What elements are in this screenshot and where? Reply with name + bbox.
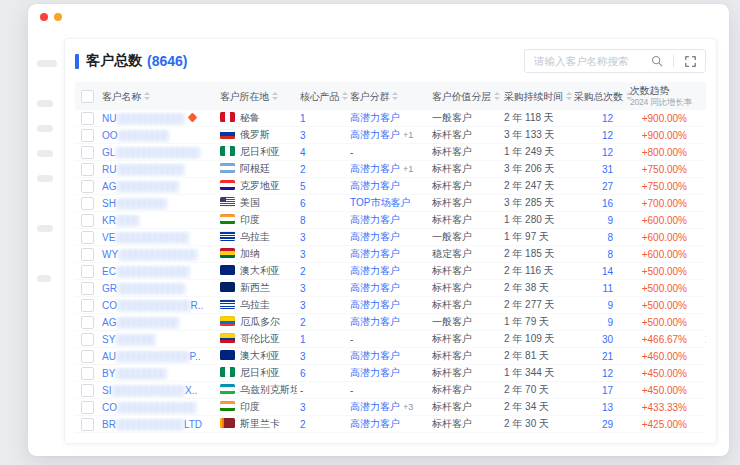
row-checkbox[interactable] bbox=[81, 316, 94, 329]
column-header-location[interactable]: 客户所在地 bbox=[217, 82, 297, 110]
core-products-count[interactable]: 2 bbox=[297, 161, 347, 178]
customer-search-box[interactable] bbox=[524, 49, 706, 73]
customer-name-prefix[interactable]: GR bbox=[102, 283, 117, 294]
customer-name-cell[interactable]: BY▒▒▒▒▒▒▒▒▒ bbox=[99, 365, 217, 382]
purchase-count[interactable]: 8 bbox=[571, 229, 627, 246]
customer-name-cell[interactable]: AG▒▒▒▒▒▒▒▒▒▒▒ bbox=[99, 178, 217, 195]
core-products-count[interactable]: 3 bbox=[297, 229, 347, 246]
purchase-count[interactable]: 11 bbox=[571, 280, 627, 297]
customer-name-cell[interactable]: BR▒▒▒▒▒▒▒▒▒▒▒▒LTD bbox=[99, 416, 217, 433]
customer-name-cell[interactable]: SH▒▒▒▒▒▒▒▒▒ bbox=[99, 195, 217, 212]
table-row[interactable]: SH▒▒▒▒▒▒▒▒▒ 美国 6 TOP市场客户 标杆客户 3 年 285 天 … bbox=[75, 195, 706, 212]
customer-name-prefix[interactable]: AU bbox=[102, 351, 116, 362]
core-products-count[interactable]: 3 bbox=[297, 348, 347, 365]
row-checkbox[interactable] bbox=[81, 282, 94, 295]
row-checkbox[interactable] bbox=[81, 384, 94, 397]
table-row[interactable]: SI▒▒▒▒▒▒▒▒▒▒▒▒▒X.. 乌兹别克斯坦 - - 标杆客户 2 年 7… bbox=[75, 382, 706, 399]
search-input[interactable] bbox=[532, 54, 643, 68]
purchase-count[interactable]: 9 bbox=[571, 212, 627, 229]
customer-name-prefix[interactable]: CO bbox=[102, 300, 117, 311]
customer-name-cell[interactable]: CO▒▒▒▒▒▒▒▒▒▒▒▒▒R.. bbox=[99, 297, 217, 314]
customer-name-prefix[interactable]: GL bbox=[102, 147, 115, 158]
core-products-count[interactable]: 5 bbox=[297, 178, 347, 195]
sort-caret-icon[interactable] bbox=[392, 92, 398, 100]
column-header-tier[interactable]: 客户价值分层 bbox=[429, 82, 501, 110]
customer-name-prefix[interactable]: AG bbox=[102, 181, 116, 192]
customer-name-cell[interactable]: GL▒▒▒▒▒▒▒▒▒▒▒▒▒▒▒ bbox=[99, 144, 217, 161]
core-products-count[interactable]: - bbox=[297, 382, 347, 399]
customer-name-prefix[interactable]: EC bbox=[102, 266, 116, 277]
customer-name-prefix[interactable]: SY bbox=[102, 334, 115, 345]
core-products-count[interactable]: 1 bbox=[297, 110, 347, 127]
core-products-count[interactable]: 8 bbox=[297, 212, 347, 229]
table-row[interactable]: OO▒▒▒▒▒▒▒▒▒ 俄罗斯 3 高潜力客户+1 标杆客户 3 年 133 天… bbox=[75, 127, 706, 144]
column-header-name[interactable]: 客户名称 bbox=[99, 82, 217, 110]
customer-name-prefix[interactable]: VE bbox=[102, 232, 115, 243]
core-products-count[interactable]: 3 bbox=[297, 399, 347, 416]
customer-name-cell[interactable]: EC▒▒▒▒▒▒▒▒▒▒▒▒▒ bbox=[99, 263, 217, 280]
table-row[interactable]: NU▒▒▒▒▒▒▒▒▒▒▒▒ 秘鲁 1 高潜力客户 一般客户 2 年 118 天… bbox=[75, 110, 706, 127]
core-products-count[interactable]: 3 bbox=[297, 127, 347, 144]
customer-name-cell[interactable]: OO▒▒▒▒▒▒▒▒▒ bbox=[99, 127, 217, 144]
window-minimize-dot[interactable] bbox=[54, 13, 62, 21]
purchase-count[interactable]: 8 bbox=[571, 246, 627, 263]
customer-name-cell[interactable]: GR▒▒▒▒▒▒▒▒▒▒▒▒ bbox=[99, 280, 217, 297]
core-products-count[interactable]: 2 bbox=[297, 416, 347, 433]
row-checkbox[interactable] bbox=[81, 401, 94, 414]
table-row[interactable]: VE▒▒▒▒▒▒▒▒▒▒▒▒▒ 乌拉圭 3 高潜力客户 一般客户 1 年 97 … bbox=[75, 229, 706, 246]
core-products-count[interactable]: 1 bbox=[297, 331, 347, 348]
customer-name-cell[interactable]: SY▒▒▒▒▒▒▒ bbox=[99, 331, 217, 348]
purchase-count[interactable]: 29 bbox=[571, 416, 627, 433]
purchase-count[interactable]: 17 bbox=[571, 382, 627, 399]
purchase-count[interactable]: 12 bbox=[571, 365, 627, 382]
purchase-count[interactable]: 30 bbox=[571, 331, 627, 348]
search-icon[interactable] bbox=[649, 53, 665, 69]
purchase-count[interactable]: 16 bbox=[571, 195, 627, 212]
customer-name-prefix[interactable]: KR bbox=[102, 215, 116, 226]
customer-name-cell[interactable]: VE▒▒▒▒▒▒▒▒▒▒▒▒▒ bbox=[99, 229, 217, 246]
sort-caret-icon[interactable] bbox=[342, 92, 348, 100]
sort-caret-icon[interactable] bbox=[566, 92, 572, 100]
customer-name-prefix[interactable]: NU bbox=[102, 113, 116, 124]
customer-name-cell[interactable]: WY▒▒▒▒▒▒▒▒▒▒▒▒▒▒ bbox=[99, 246, 217, 263]
table-row[interactable]: RU▒▒▒▒▒▒▒▒▒▒▒▒ 阿根廷 2 高潜力客户+1 标杆客户 3 年 20… bbox=[75, 161, 706, 178]
row-checkbox[interactable] bbox=[81, 350, 94, 363]
purchase-count[interactable]: 27 bbox=[571, 178, 627, 195]
core-products-count[interactable]: 6 bbox=[297, 365, 347, 382]
core-products-count[interactable]: 3 bbox=[297, 280, 347, 297]
row-checkbox[interactable] bbox=[81, 214, 94, 227]
table-row[interactable]: AU▒▒▒▒▒▒▒▒▒▒▒▒▒P.. 澳大利亚 3 高潜力客户 标杆客户 2 年… bbox=[75, 348, 706, 365]
row-checkbox[interactable] bbox=[81, 146, 94, 159]
purchase-count[interactable]: 12 bbox=[571, 144, 627, 161]
table-row[interactable]: AG▒▒▒▒▒▒▒▒▒▒▒ 厄瓜多尔 2 高潜力客户 一般客户 1 年 79 天… bbox=[75, 314, 706, 331]
window-close-dot[interactable] bbox=[40, 13, 48, 21]
table-row[interactable]: CO▒▒▒▒▒▒▒▒▒▒▒▒▒R.. 乌拉圭 3 高潜力客户 标杆客户 2 年 … bbox=[75, 297, 706, 314]
purchase-count[interactable]: 9 bbox=[571, 297, 627, 314]
core-products-count[interactable]: 3 bbox=[297, 246, 347, 263]
row-checkbox[interactable] bbox=[81, 180, 94, 193]
customer-name-prefix[interactable]: WY bbox=[102, 249, 118, 260]
table-row[interactable]: CO▒▒▒▒▒▒▒▒▒▒▒▒▒▒ 印度 3 高潜力客户+3 标杆客户 2 年 3… bbox=[75, 399, 706, 416]
customer-name-cell[interactable]: NU▒▒▒▒▒▒▒▒▒▒▒▒ bbox=[99, 110, 217, 127]
purchase-count[interactable]: 9 bbox=[571, 314, 627, 331]
purchase-count[interactable]: 12 bbox=[571, 110, 627, 127]
table-row[interactable]: GL▒▒▒▒▒▒▒▒▒▒▒▒▒▒▒ 尼日利亚 4 - 标杆客户 1 年 249 … bbox=[75, 144, 706, 161]
customer-name-prefix[interactable]: SH bbox=[102, 198, 116, 209]
select-all-checkbox[interactable] bbox=[81, 90, 94, 103]
row-checkbox[interactable] bbox=[81, 163, 94, 176]
row-checkbox[interactable] bbox=[81, 418, 94, 431]
sort-caret-icon[interactable] bbox=[144, 92, 150, 100]
customer-name-prefix[interactable]: RU bbox=[102, 164, 116, 175]
table-row[interactable]: BR▒▒▒▒▒▒▒▒▒▒▒▒LTD 斯里兰卡 2 高潜力客户 标杆客户 2 年 … bbox=[75, 416, 706, 433]
customer-name-prefix[interactable]: AG bbox=[102, 317, 116, 328]
customer-name-cell[interactable]: AG▒▒▒▒▒▒▒▒▒▒▒ bbox=[99, 314, 217, 331]
column-header-core[interactable]: 核心产品 bbox=[297, 82, 347, 110]
customer-name-cell[interactable]: RU▒▒▒▒▒▒▒▒▒▒▒▒ bbox=[99, 161, 217, 178]
customer-name-cell[interactable]: KR▒▒▒▒ bbox=[99, 212, 217, 229]
purchase-count[interactable]: 12 bbox=[571, 127, 627, 144]
row-checkbox[interactable] bbox=[81, 367, 94, 380]
customer-name-cell[interactable]: CO▒▒▒▒▒▒▒▒▒▒▒▒▒▒ bbox=[99, 399, 217, 416]
table-row[interactable]: SY▒▒▒▒▒▒▒ 哥伦比亚 1 - 标杆客户 2 年 109 天 30 +46… bbox=[75, 331, 706, 348]
customer-name-cell[interactable]: AU▒▒▒▒▒▒▒▒▒▒▒▒▒P.. bbox=[99, 348, 217, 365]
purchase-count[interactable]: 21 bbox=[571, 348, 627, 365]
